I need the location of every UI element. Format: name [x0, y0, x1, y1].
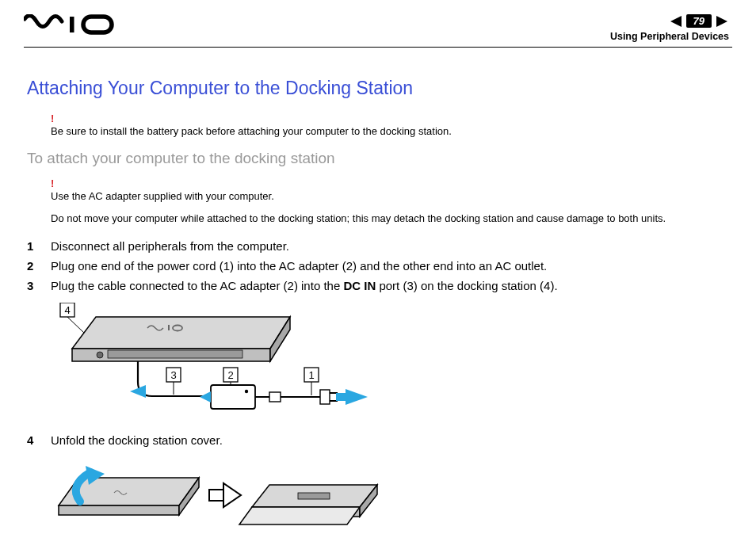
- step-1-text: Disconnect all peripherals from the comp…: [51, 237, 289, 255]
- step-3-pre: Plug the cable connected to the AC adapt…: [51, 279, 343, 292]
- steps-list-continued: Unfold the docking station cover.: [27, 431, 729, 449]
- svg-rect-1: [83, 17, 112, 32]
- warning-icon: !: [51, 178, 729, 189]
- warning-1-text: Be sure to install the battery pack befo…: [51, 125, 452, 137]
- page-content: Attaching Your Computer to the Docking S…: [0, 48, 756, 529]
- svg-line-12: [67, 317, 84, 333]
- step-3-text: Plug the cable connected to the AC adapt…: [51, 277, 558, 295]
- svg-marker-20: [200, 391, 211, 402]
- step-2-text: Plug one end of the power cord (1) into …: [51, 257, 547, 275]
- step-3: Plug the cable connected to the AC adapt…: [27, 277, 729, 295]
- warning-3-text: Do not move your computer while attached…: [51, 212, 666, 224]
- page-header: 79 Using Peripheral Devices: [0, 0, 756, 47]
- svg-rect-41: [298, 493, 330, 499]
- svg-rect-30: [336, 393, 347, 401]
- step-2: Plug one end of the power cord (1) into …: [27, 257, 729, 275]
- warning-1: ! Be sure to install the battery pack be…: [51, 113, 729, 139]
- callout-4: 4: [64, 304, 70, 316]
- step-3-bold: DC IN: [343, 279, 376, 292]
- section-subtitle: To attach your computer to the docking s…: [27, 150, 729, 167]
- step-4: Unfold the docking station cover.: [27, 431, 729, 449]
- transition-arrow-icon: [209, 483, 241, 507]
- svg-rect-0: [70, 17, 74, 32]
- svg-marker-29: [346, 389, 368, 405]
- warning-2: ! Use the AC adapter supplied with your …: [51, 178, 729, 204]
- warning-3: Do not move your computer while attached…: [51, 211, 729, 226]
- next-page-button[interactable]: [716, 16, 729, 27]
- warning-icon: !: [51, 113, 729, 124]
- svg-marker-40: [239, 507, 360, 524]
- svg-rect-16: [211, 385, 255, 409]
- warning-2-text: Use the AC adapter supplied with your co…: [51, 190, 274, 202]
- callout-3: 3: [170, 369, 176, 381]
- breadcrumb: Using Peripheral Devices: [610, 31, 729, 42]
- step-4-text: Unfold the docking station cover.: [51, 431, 223, 449]
- callout-1: 1: [308, 369, 314, 381]
- svg-marker-4: [72, 317, 290, 349]
- svg-marker-2: [670, 16, 682, 27]
- figure-unfold-cover: [52, 458, 729, 529]
- page-number-badge: 79: [686, 14, 712, 28]
- callout-2: 2: [227, 369, 233, 381]
- figure-docking-connection: 4 3 2: [52, 303, 729, 421]
- step-3-post: port (3) on the docking station (4).: [376, 279, 557, 292]
- svg-point-8: [97, 352, 103, 358]
- svg-marker-32: [59, 505, 179, 515]
- svg-marker-3: [716, 16, 727, 27]
- svg-rect-7: [108, 350, 242, 358]
- vaio-logo: [24, 14, 119, 35]
- svg-marker-36: [223, 483, 241, 507]
- step-1: Disconnect all peripherals from the comp…: [27, 237, 729, 255]
- steps-list: Disconnect all peripherals from the comp…: [27, 237, 729, 296]
- page-title: Attaching Your Computer to the Docking S…: [27, 78, 729, 99]
- svg-rect-22: [269, 392, 281, 402]
- svg-rect-35: [209, 490, 223, 501]
- svg-rect-9: [168, 325, 170, 330]
- prev-page-button[interactable]: [669, 16, 682, 27]
- svg-rect-26: [320, 390, 330, 404]
- svg-point-17: [245, 390, 248, 393]
